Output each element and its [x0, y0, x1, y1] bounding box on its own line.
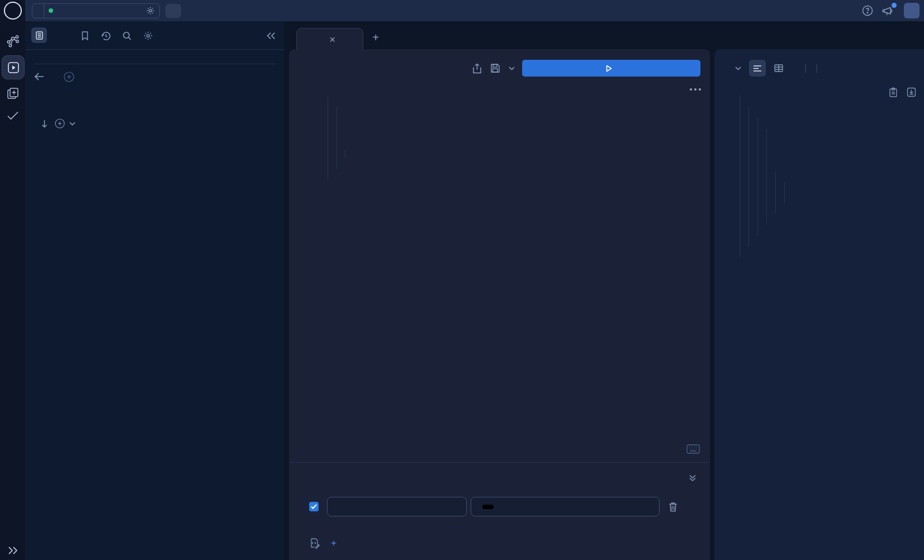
arguments-heading	[34, 92, 275, 103]
response-panel: | |	[714, 49, 924, 560]
collapse-panel-icon[interactable]	[266, 31, 277, 41]
expand-rail-icon[interactable]	[7, 545, 19, 556]
fields-heading	[34, 118, 275, 129]
connection-status-dot	[49, 8, 53, 13]
login-button[interactable]	[904, 3, 920, 18]
save-options-chevron-icon[interactable]	[509, 67, 515, 70]
settings-gear-icon[interactable]	[143, 31, 153, 41]
publish-button[interactable]	[165, 4, 181, 18]
topbar-right	[861, 3, 924, 18]
header-row	[309, 496, 677, 517]
doc-type-header	[34, 69, 275, 84]
indent-guide	[345, 150, 345, 158]
more-options-icon[interactable]	[690, 88, 701, 91]
history-icon[interactable]	[101, 31, 111, 41]
search-icon[interactable]	[122, 31, 132, 41]
url-settings-gear-icon[interactable]	[146, 6, 155, 15]
response-header: | |	[714, 49, 924, 87]
megaphone-icon[interactable]	[882, 4, 895, 17]
divider	[34, 64, 275, 64]
bookmark-icon[interactable]	[80, 31, 89, 41]
response-status: | |	[795, 63, 822, 73]
help-icon[interactable]	[861, 4, 874, 17]
share-icon[interactable]	[472, 63, 482, 74]
run-play-icon	[606, 65, 612, 72]
checks-icon[interactable]	[5, 109, 21, 122]
indent-guide	[775, 172, 776, 214]
response-dropdown-chevron-icon[interactable]	[735, 67, 741, 70]
indent-guide	[337, 107, 337, 169]
chevron-down-icon[interactable]	[69, 122, 75, 126]
request-settings-panel: +	[289, 462, 710, 560]
back-arrow-icon[interactable]	[34, 73, 44, 80]
endpoint-group	[32, 3, 160, 18]
close-tab-icon[interactable]: ✕	[329, 36, 336, 44]
indent-guide	[766, 129, 767, 225]
indent-guide	[740, 96, 740, 257]
collapse-chevrons-icon[interactable]	[689, 474, 696, 482]
script-file-icon[interactable]	[309, 538, 320, 549]
plus-icon: +	[331, 538, 337, 549]
save-icon[interactable]	[490, 63, 500, 73]
topbar	[0, 0, 924, 21]
indent-guide	[748, 107, 749, 246]
document-icon[interactable]	[31, 27, 47, 43]
keyboard-shortcuts-icon[interactable]	[686, 444, 700, 454]
auth-token-value[interactable]	[482, 505, 494, 509]
doc-toolbar	[25, 21, 284, 50]
left-rail	[0, 21, 26, 560]
table-view-icon[interactable]	[770, 60, 787, 77]
notification-dot	[892, 3, 897, 8]
apollo-sandbox-app: { "topbar": { "logo_letter": "A", "sandb…	[0, 0, 924, 560]
operation-actions	[472, 63, 515, 74]
operation-tab[interactable]: ✕	[296, 28, 363, 50]
list-view-icon[interactable]	[749, 60, 766, 77]
operation-panel: +	[289, 49, 710, 560]
sort-fields-icon[interactable]	[41, 120, 48, 128]
new-tab-button[interactable]: +	[369, 31, 382, 45]
apollo-logo-icon[interactable]	[4, 2, 22, 20]
add-all-fields-button[interactable]	[64, 72, 74, 82]
schema-graph-icon[interactable]	[5, 34, 20, 49]
graphql-editor[interactable]	[289, 84, 710, 463]
documentation-panel	[25, 21, 284, 560]
explorer-play-icon[interactable]	[2, 55, 25, 79]
new-header-button[interactable]: +	[331, 538, 342, 549]
checkbox-check-icon	[311, 504, 317, 509]
add-fields-icon[interactable]	[55, 118, 65, 129]
response-json	[738, 84, 922, 560]
operation-header	[289, 49, 710, 87]
operation-collections-icon[interactable]	[6, 86, 20, 101]
sandbox-badge	[32, 4, 44, 18]
header-value-input[interactable]	[471, 497, 660, 516]
doc-body	[25, 50, 284, 129]
headers-footer: +	[309, 538, 675, 549]
trash-icon[interactable]	[669, 502, 677, 512]
indent-guide	[757, 117, 758, 236]
endpoint-url-box[interactable]	[44, 4, 159, 18]
indent-guide	[784, 182, 785, 203]
header-enabled-checkbox[interactable]	[309, 502, 319, 511]
apollo-logo-wrap	[0, 0, 25, 21]
header-name-input[interactable]	[327, 497, 467, 516]
run-operation-button[interactable]	[522, 60, 700, 77]
indent-guide	[328, 96, 328, 179]
